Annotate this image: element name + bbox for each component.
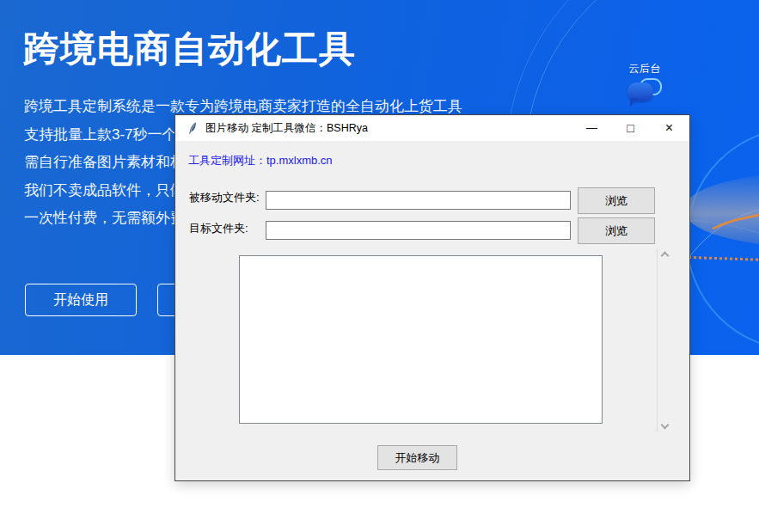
cloud-backend-label: 云后台 bbox=[617, 63, 672, 76]
close-button[interactable]: × bbox=[650, 115, 689, 141]
target-folder-input[interactable] bbox=[266, 221, 571, 240]
dialog-title: 图片移动 定制工具微信：BSHRya bbox=[205, 115, 368, 141]
chat-bubbles-icon bbox=[626, 78, 664, 109]
page-title: 跨境电商自动化工具 bbox=[23, 26, 356, 72]
target-browse-button[interactable]: 浏览 bbox=[578, 217, 655, 244]
scroll-down-icon[interactable] bbox=[662, 423, 669, 430]
image-move-dialog: 图片移动 定制工具微信：BSHRya — □ × 工具定制网址：tp.mxlxm… bbox=[174, 114, 690, 481]
feather-icon bbox=[187, 121, 199, 135]
source-browse-button[interactable]: 浏览 bbox=[578, 187, 655, 214]
vertical-scrollbar[interactable] bbox=[657, 248, 672, 432]
page: 跨境电商自动化工具 跨境工具定制系统是一款专为跨境电商卖家打造的全自动化上货工具… bbox=[0, 0, 759, 532]
scroll-up-icon[interactable] bbox=[662, 251, 669, 258]
log-text-area[interactable] bbox=[239, 255, 603, 424]
source-folder-label: 被移动文件夹: bbox=[189, 191, 260, 205]
start-using-button[interactable]: 开始使用 bbox=[25, 284, 137, 316]
maximize-button[interactable]: □ bbox=[611, 115, 650, 141]
source-folder-input[interactable] bbox=[266, 191, 571, 210]
dialog-titlebar[interactable]: 图片移动 定制工具微信：BSHRya — □ × bbox=[175, 115, 689, 141]
start-move-button[interactable]: 开始移动 bbox=[377, 445, 457, 470]
minimize-button[interactable]: — bbox=[572, 115, 611, 141]
tool-website-link[interactable]: 工具定制网址：tp.mxlxmb.cn bbox=[188, 153, 333, 168]
target-folder-label: 目标文件夹: bbox=[189, 222, 248, 235]
cloud-backend-widget[interactable]: 云后台 bbox=[617, 63, 672, 109]
